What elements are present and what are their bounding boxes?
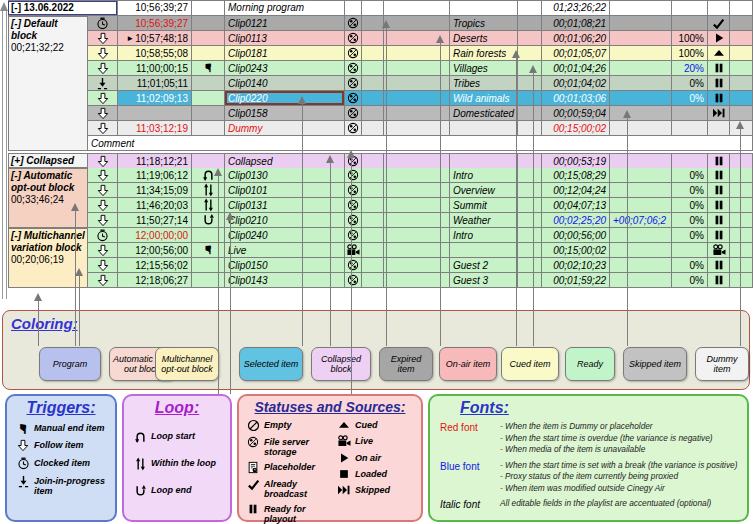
header-blank-cell: [362, 0, 384, 16]
source-cell: [345, 213, 362, 228]
playlist-header-row[interactable]: [-] 13.06.2022 10;56;39;27 Morning progr…: [8, 0, 753, 16]
legend-item-label: Join-in-progress item: [34, 476, 115, 496]
follow-icon: [97, 184, 109, 197]
reel-icon: [347, 214, 359, 226]
legend-item: Cued: [336, 420, 421, 431]
playlist-row[interactable]: 11;50;27;14Clip0210Weather00;02;25;20+00…: [88, 213, 753, 228]
check-icon: [245, 478, 261, 491]
mod-cell: [192, 183, 225, 198]
variance-cell: [610, 106, 672, 121]
clock-icon: [96, 17, 109, 30]
statuses-legend-panel: Statuses and Sources: EmptyFile server s…: [237, 394, 423, 522]
comment-row[interactable]: Comment: [88, 136, 753, 151]
blank-cell: [518, 213, 542, 228]
playlist-row[interactable]: 10;56;39;27Clip0121Tropics00;01;08;21: [88, 16, 753, 31]
header-blank-cell: [192, 0, 225, 16]
clock-icon: [15, 457, 31, 470]
source-cell: [345, 258, 362, 273]
status-cell: [708, 213, 730, 228]
start-time-cell: 10;56;39;27: [118, 16, 192, 31]
playlist-row[interactable]: 11;00;00;15☛Clip0243Villages00;01;04;262…: [88, 61, 753, 76]
block-cell-collapsed[interactable]: [+] Collapsed: [8, 153, 88, 168]
legend-item: Already broadcast: [245, 479, 330, 499]
blank-cell: [730, 228, 753, 243]
variance-cell: [610, 16, 672, 31]
mod-cell: [192, 213, 225, 228]
start-time-cell: 12;15;56;02: [118, 258, 192, 273]
proxy-percent-cell: [672, 243, 708, 258]
legend-item-label: Empty: [264, 420, 292, 430]
blank-cell: [518, 121, 542, 136]
pause-icon: [713, 77, 725, 89]
start-time-cell: 12;00;56;00: [118, 243, 192, 258]
blank-cell: [730, 243, 753, 258]
playlist-row[interactable]: 12;15;56;02Clip0150Guest 200;02;10;230%: [88, 258, 753, 273]
clip-name-cell: Clip0140: [225, 76, 345, 91]
block-cell-multichannel-variation[interactable]: [-] Multichannel variation block 00;20;0…: [8, 228, 88, 288]
start-time-cell: 11;01;05;11: [118, 76, 192, 91]
header-blank-cell: [730, 0, 753, 16]
blank-cell: [362, 46, 384, 61]
playlist-row[interactable]: 11;03;12;19Dummy00;15;00;02: [88, 121, 753, 136]
blank-cell: [362, 31, 384, 46]
header-date-cell[interactable]: [-] 13.06.2022: [8, 0, 118, 16]
mod-cell: [192, 106, 225, 121]
playlist-row[interactable]: 12;18;06;27Clip0143Guest 300;01;59;220%: [88, 273, 753, 288]
clock-icon: [96, 229, 109, 242]
playlist-row[interactable]: 12;00;56;00☛Live00;15;00;02: [88, 243, 753, 258]
clip-name-cell: Clip0130: [225, 168, 345, 183]
source-cell: [345, 31, 362, 46]
scene-name-cell: Tribes: [450, 76, 518, 91]
playlist-row[interactable]: 11;02;09;13Clip0220Wild animals00;01;03;…: [88, 91, 753, 106]
duration-cell: 00;00;53;19: [542, 154, 610, 169]
status-cell: [708, 168, 730, 183]
blank-cell: [518, 91, 542, 106]
trigger-cell: [88, 243, 118, 258]
clip-name-cell: Dummy: [225, 121, 345, 136]
status-cell: [708, 243, 730, 258]
blank-cell: [518, 46, 542, 61]
playlist-row[interactable]: 11;18;12;21Collapsed00;00;53;19: [88, 153, 753, 169]
mod-cell: ☛: [192, 61, 225, 76]
status-cell: [708, 183, 730, 198]
coloring-chip-cued-item: Cued item: [501, 347, 559, 381]
gutter-line: [2, 11, 3, 299]
clip-name-cell: Clip0158: [225, 106, 345, 121]
status-cell: [708, 76, 730, 91]
block-cell-automatic-opt-out[interactable]: [-] Automatic opt-out block 00;33;46;24: [8, 168, 88, 228]
gutter-line: [6, 11, 7, 299]
loop-end-icon: [132, 484, 148, 498]
playlist-row[interactable]: 11;19;06;12Clip0130Intro00;15;08;290%: [88, 168, 753, 183]
fonts-legend-panel: Fonts: Red font- When the item is Dummy …: [428, 394, 749, 522]
legend-item: Empty: [245, 420, 330, 432]
mod-cell: [192, 258, 225, 273]
playlist-row[interactable]: 11;46;20;03Clip0131Summit00;04;07;130%: [88, 198, 753, 213]
block-cell-default[interactable]: [-] Default block 00;21;32;22: [8, 16, 88, 151]
legend-item-label: Loaded: [355, 469, 387, 479]
blank-cell: [384, 16, 450, 31]
status-cell: [708, 31, 730, 46]
scene-name-cell: [450, 154, 518, 169]
loop-within-icon: [132, 457, 148, 471]
hand-icon: ☛: [15, 422, 31, 434]
playlist-row[interactable]: ►10;57;48;18Clip0113Deserts00;01;06;2010…: [88, 31, 753, 46]
proxy-percent-cell: [672, 154, 708, 169]
legend-item-label: Live: [355, 436, 373, 446]
playlist-row[interactable]: 11;01;05;11Clip0140Tribes00;01;04;020%: [88, 76, 753, 91]
scene-name-cell: Weather: [450, 213, 518, 228]
legend-item: On air: [336, 453, 421, 464]
blank-cell: [730, 76, 753, 91]
trigger-cell: [88, 46, 118, 61]
clip-name-cell: Live: [225, 243, 345, 258]
legend-item-label: Placeholder: [264, 462, 315, 472]
coloring-chip-program: Program: [39, 347, 101, 381]
pause-icon: [713, 92, 725, 104]
header-program-name-cell: Morning program: [225, 0, 345, 16]
duration-cell: 00;00;59;04: [542, 106, 610, 121]
proxy-percent-cell: 0%: [672, 228, 708, 243]
playlist-row[interactable]: 11;34;15;09Clip0101Overview00;12;04;240%: [88, 183, 753, 198]
playlist-row[interactable]: Clip0158Domesticated anim00;00;59;04: [88, 106, 753, 121]
playlist-row[interactable]: 10;58;55;08Clip0181Rain forests00;01;05;…: [88, 46, 753, 61]
playlist-row[interactable]: 12;00;00;00Clip0240Intro00;00;56;000%: [88, 228, 753, 243]
reel-icon: [347, 62, 359, 74]
